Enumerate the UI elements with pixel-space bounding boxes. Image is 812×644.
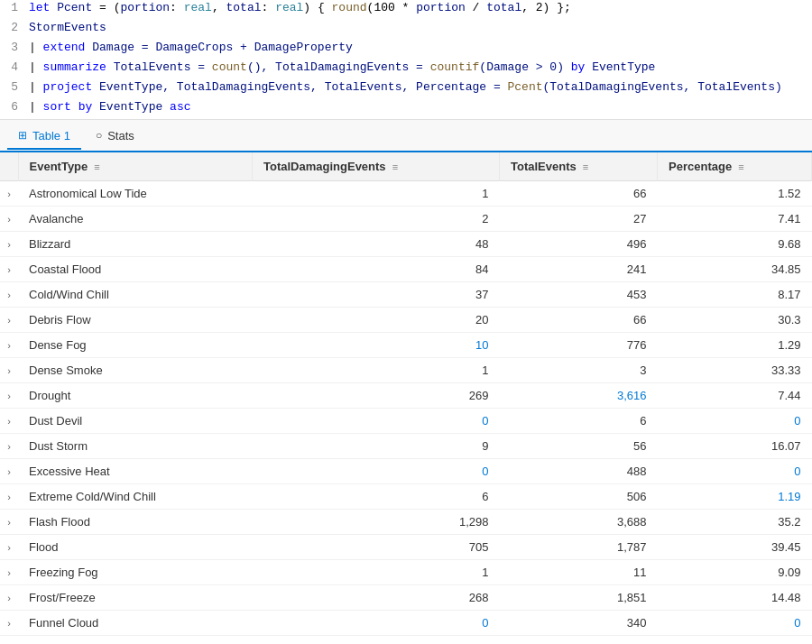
event-type-cell: Dense Smoke xyxy=(18,358,253,383)
code-editor: 1let Pcent = (portion: real, total: real… xyxy=(0,0,812,120)
code-line-2: 2StormEvents xyxy=(0,20,812,40)
percentage-cell: 9.09 xyxy=(658,560,812,585)
table-row: ›Dust Devil060 xyxy=(0,409,812,434)
percentage-cell: 7.44 xyxy=(658,383,812,409)
line-number: 6 xyxy=(0,100,29,114)
table-body: ›Astronomical Low Tide1661.52›Avalanche2… xyxy=(0,181,812,645)
expand-button[interactable]: › xyxy=(0,387,18,405)
expand-button[interactable]: › xyxy=(0,210,18,228)
total-events-cell: 3,616 xyxy=(500,383,658,409)
event-type-cell: Frost/Freeze xyxy=(18,585,253,611)
percentage-cell: 1.19 xyxy=(658,484,812,510)
total-events-cell: 506 xyxy=(500,484,658,510)
expand-button[interactable]: › xyxy=(0,235,18,253)
total-damaging-cell: 0 xyxy=(253,409,500,434)
line-content: | summarize TotalEvents = count(), Total… xyxy=(29,60,812,74)
total-events-cell: 1,851 xyxy=(500,585,658,611)
total-events-cell: 12,711 xyxy=(500,636,658,645)
percentage-cell: 14.48 xyxy=(658,585,812,611)
percentage-cell: 39.45 xyxy=(658,535,812,560)
sort-icon: ≡ xyxy=(390,161,398,172)
expand-button[interactable]: › xyxy=(0,412,18,430)
total-damaging-cell: 48 xyxy=(253,232,500,257)
line-content: | sort by EventType asc xyxy=(29,100,812,114)
expand-button[interactable]: › xyxy=(0,463,18,481)
expand-button[interactable]: › xyxy=(0,286,18,304)
col-header-percentage[interactable]: Percentage ≡ xyxy=(658,152,812,181)
table-icon: ⊞ xyxy=(18,129,27,142)
table-row: ›Dense Fog107761.29 xyxy=(0,333,812,358)
total-events-cell: 241 xyxy=(500,257,658,282)
expand-button[interactable]: › xyxy=(0,564,18,582)
total-events-cell: 27 xyxy=(500,207,658,232)
code-line-3: 3| extend Damage = DamageCrops + DamageP… xyxy=(0,40,812,60)
table-row: ›Excessive Heat04880 xyxy=(0,459,812,484)
expand-button[interactable]: › xyxy=(0,488,18,506)
line-content: | project EventType, TotalDamagingEvents… xyxy=(29,80,812,94)
event-type-cell: Freezing Fog xyxy=(18,560,253,585)
col-header-totalevents[interactable]: TotalEvents ≡ xyxy=(500,152,658,181)
percentage-cell: 0 xyxy=(658,409,812,434)
total-events-cell: 340 xyxy=(500,611,658,636)
table-row: ›Drought2693,6167.44 xyxy=(0,383,812,409)
total-damaging-cell: 1,298 xyxy=(253,510,500,535)
event-type-cell: Hail xyxy=(18,636,253,645)
expand-button[interactable]: › xyxy=(0,437,18,455)
expand-button[interactable]: › xyxy=(0,513,18,531)
table-row: ›Avalanche2277.41 xyxy=(0,207,812,232)
expand-button[interactable]: › xyxy=(0,261,18,279)
total-damaging-cell: 6 xyxy=(253,484,500,510)
total-events-cell: 11 xyxy=(500,560,658,585)
event-type-cell: Flood xyxy=(18,535,253,560)
expand-button[interactable]: › xyxy=(0,185,18,203)
total-damaging-cell: 0 xyxy=(253,611,500,636)
table-row: ›Freezing Fog1119.09 xyxy=(0,560,812,585)
table-row: ›Flash Flood1,2983,68835.2 xyxy=(0,510,812,535)
code-line-5: 5| project EventType, TotalDamagingEvent… xyxy=(0,79,812,99)
line-number: 3 xyxy=(0,41,29,54)
expand-button[interactable]: › xyxy=(0,362,18,380)
line-number: 5 xyxy=(0,80,29,94)
total-damaging-cell: 1,133 xyxy=(253,636,500,645)
percentage-cell: 8.17 xyxy=(658,282,812,308)
total-damaging-cell: 0 xyxy=(253,459,500,484)
total-damaging-cell: 1 xyxy=(253,560,500,585)
total-damaging-cell: 705 xyxy=(253,535,500,560)
table-row: ›Hail1,13312,7118.91 xyxy=(0,636,812,645)
total-events-cell: 66 xyxy=(500,308,658,333)
col-header-eventtype[interactable]: EventType ≡ xyxy=(18,152,253,181)
expand-button[interactable]: › xyxy=(0,538,18,557)
total-damaging-cell: 1 xyxy=(253,358,500,383)
expand-button[interactable]: › xyxy=(0,589,18,607)
table-row: ›Coastal Flood8424134.85 xyxy=(0,257,812,282)
percentage-cell: 7.41 xyxy=(658,207,812,232)
total-damaging-cell: 9 xyxy=(253,434,500,459)
tab-table-1[interactable]: ⊞Table 1 xyxy=(7,124,81,150)
table-row: ›Cold/Wind Chill374538.17 xyxy=(0,282,812,308)
event-type-cell: Cold/Wind Chill xyxy=(18,282,253,308)
expand-button[interactable]: › xyxy=(0,614,18,632)
tabs-bar: ⊞Table 1○Stats xyxy=(0,120,812,152)
total-damaging-cell: 268 xyxy=(253,585,500,611)
col-header-totaldamagingevents[interactable]: TotalDamagingEvents ≡ xyxy=(253,152,500,181)
table-header: EventType ≡TotalDamagingEvents ≡TotalEve… xyxy=(0,152,812,181)
event-type-cell: Avalanche xyxy=(18,207,253,232)
tab-stats[interactable]: ○Stats xyxy=(85,124,145,150)
table-row: ›Frost/Freeze2681,85114.48 xyxy=(0,585,812,611)
line-content: | extend Damage = DamageCrops + DamagePr… xyxy=(29,41,812,54)
tab-label: Table 1 xyxy=(32,129,70,143)
event-type-cell: Dust Storm xyxy=(18,434,253,459)
expand-button[interactable]: › xyxy=(0,336,18,354)
expand-button[interactable]: › xyxy=(0,311,18,329)
sort-icon: ≡ xyxy=(580,161,588,172)
total-damaging-cell: 269 xyxy=(253,383,500,409)
total-damaging-cell: 10 xyxy=(253,333,500,358)
total-events-cell: 66 xyxy=(500,181,658,207)
percentage-cell: 30.3 xyxy=(658,308,812,333)
total-damaging-cell: 37 xyxy=(253,282,500,308)
table-row: ›Dust Storm95616.07 xyxy=(0,434,812,459)
expand-button[interactable]: › xyxy=(0,639,18,645)
percentage-cell: 33.33 xyxy=(658,358,812,383)
sort-icon: ≡ xyxy=(735,161,743,172)
code-line-4: 4| summarize TotalEvents = count(), Tota… xyxy=(0,60,812,79)
